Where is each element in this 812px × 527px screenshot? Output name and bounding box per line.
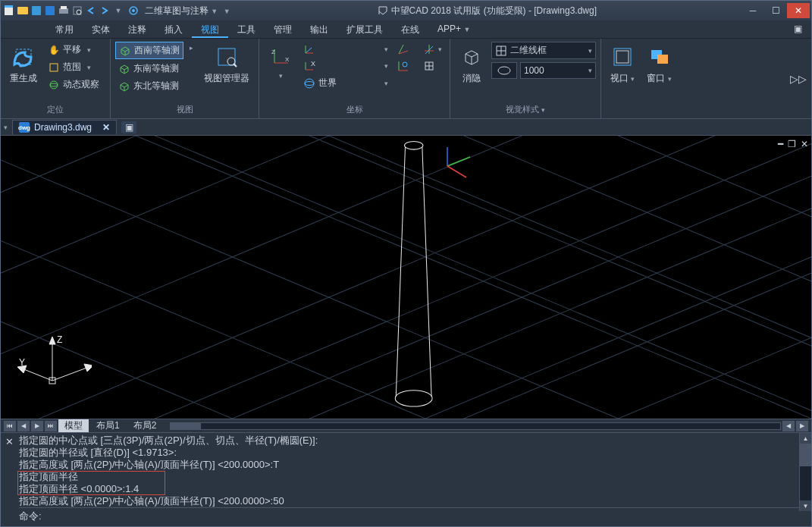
hide-label: 消隐 <box>462 72 481 85</box>
menu-insert[interactable]: 插入 <box>155 20 192 38</box>
svg-point-65 <box>404 141 422 149</box>
svg-line-14 <box>234 64 237 67</box>
layout-tab-1[interactable]: 布局1 <box>90 419 126 432</box>
panel-label-ucs: 坐标 <box>264 102 445 118</box>
workspace-gear-icon[interactable] <box>125 4 142 17</box>
orbit-button[interactable]: 动态观察 <box>45 77 105 93</box>
menu-app[interactable]: APP+ ▼ <box>428 20 479 38</box>
layout-nav-prev[interactable]: ◀ <box>17 421 30 431</box>
minimize-button[interactable]: ─ <box>741 3 764 18</box>
layout-tab-model[interactable]: 模型 <box>58 419 89 432</box>
close-button[interactable]: ✕ <box>787 3 810 18</box>
view-manager-label: 视图管理器 <box>204 72 249 85</box>
menu-online[interactable]: 在线 <box>392 20 428 38</box>
ribbon-panel-ucs: ZX ▾ ▾ X▾ 世界▾ ▾ 坐标 <box>259 39 450 118</box>
inner-close-icon[interactable]: ✕ <box>801 139 808 149</box>
svg-point-26 <box>305 81 314 85</box>
svg-text:X: X <box>285 56 290 63</box>
ribbon-panel-visual: 消隐 二维线框▾ 1000▾ 视觉样式 ▾ <box>450 39 601 118</box>
svg-text:Z: Z <box>271 49 275 55</box>
ribbon-collapse-icon[interactable]: ▣ <box>785 20 811 38</box>
cmd-line: 指定顶面半径 <0.0000>:1.4 <box>19 483 808 495</box>
ribbon-expand-icon[interactable]: ▷▷ <box>790 39 811 118</box>
layout-nav-first[interactable]: ⏮ <box>4 421 16 431</box>
menu-output[interactable]: 输出 <box>301 20 337 38</box>
save-icon[interactable] <box>30 4 43 17</box>
cmd-close-icon[interactable]: ✕ <box>5 436 14 447</box>
ne-iso-button[interactable]: 东北等轴测 <box>115 78 183 94</box>
panel-label-locate: 定位 <box>5 102 105 118</box>
new-file-icon[interactable] <box>2 4 16 17</box>
ucs-grid4[interactable] <box>420 58 445 74</box>
open-folder-icon[interactable] <box>16 4 30 17</box>
layout-hscroll[interactable] <box>170 422 781 430</box>
svg-point-25 <box>305 79 314 88</box>
se-iso-button[interactable]: 东南等轴测 <box>115 61 183 77</box>
qat-dropdown-icon[interactable]: ▼ <box>111 4 125 17</box>
ucs-grid3[interactable]: ▾ <box>420 42 445 57</box>
app-logo[interactable] <box>8 43 39 74</box>
inner-restore-icon[interactable]: ❐ <box>788 139 796 149</box>
menu-manage[interactable]: 管理 <box>265 20 301 38</box>
command-prompt: 命令: <box>19 510 42 523</box>
facet-res-icon[interactable] <box>491 62 517 79</box>
maximize-button[interactable]: ☐ <box>764 3 787 18</box>
workspace-dropdown[interactable]: 二维草图与注释 ▼ <box>142 5 221 17</box>
layout-hscroll-right[interactable]: ▶ <box>796 421 808 431</box>
svg-rect-43 <box>616 51 629 63</box>
menu-annotate[interactable]: 注释 <box>119 20 155 38</box>
drawing-viewport[interactable]: ━ ❐ ✕ <box>1 136 811 419</box>
scroll-down-icon[interactable]: ▼ <box>800 500 811 511</box>
ucs-world-dropdown[interactable]: 世界▾ <box>300 75 391 91</box>
inner-minimize-icon[interactable]: ━ <box>778 139 783 149</box>
tab-close-icon[interactable]: ✕ <box>102 122 110 133</box>
layout-nav-next[interactable]: ▶ <box>31 421 43 431</box>
view-list-caret[interactable]: ▸ <box>190 42 193 52</box>
tab-nav-caret[interactable]: ▾ <box>4 124 8 131</box>
menu-tools[interactable]: 工具 <box>228 20 265 38</box>
save-as-icon[interactable] <box>43 4 57 17</box>
svg-line-54 <box>1 136 811 419</box>
command-history: ✕ 指定圆的中心点或 [三点(3P)/两点(2P)/切点、切点、半径(T)/椭圆… <box>1 432 811 526</box>
cube-icon <box>118 80 130 93</box>
ucs-grid2[interactable] <box>394 58 417 74</box>
hide-button[interactable]: 消隐 <box>455 42 488 88</box>
svg-line-59 <box>1 136 811 419</box>
svg-line-70 <box>447 157 470 166</box>
new-tab-button[interactable]: ▣ <box>121 121 136 133</box>
pan-button[interactable]: ✋平移▾ <box>45 42 105 58</box>
view-manager-button[interactable]: 视图管理器 <box>199 42 254 88</box>
svg-line-58 <box>232 136 811 419</box>
visual-style-dropdown[interactable]: 二维线框▾ <box>491 42 596 59</box>
svg-line-21 <box>306 48 312 53</box>
cmd-vscroll[interactable]: ▲ ▼ <box>799 433 811 511</box>
layout-hscroll-left[interactable]: ◀ <box>782 421 795 431</box>
document-tab[interactable]: dwg Drawing3.dwg ✕ <box>12 120 117 134</box>
print-icon[interactable] <box>57 4 71 17</box>
window-label: 窗口 <box>647 73 665 83</box>
layout-nav-last[interactable]: ⏭ <box>45 421 57 431</box>
menu-solid[interactable]: 实体 <box>83 20 119 38</box>
ucs-button[interactable]: ZX ▾ <box>264 42 297 83</box>
menu-common[interactable]: 常用 <box>46 20 83 38</box>
redo-icon[interactable] <box>98 4 111 17</box>
view-manager-icon <box>215 45 239 69</box>
svg-line-76 <box>22 369 52 381</box>
undo-icon[interactable] <box>84 4 98 17</box>
ucs-opt2[interactable]: X▾ <box>300 58 391 74</box>
viewport-button[interactable]: 视口 ▾ <box>606 42 639 88</box>
menu-extend[interactable]: 扩展工具 <box>337 20 392 38</box>
menu-view[interactable]: 视图 <box>192 20 228 38</box>
ucs-opt1[interactable]: ▾ <box>300 42 391 57</box>
facet-res-input[interactable]: 1000▾ <box>520 62 596 79</box>
ucs-grid1[interactable] <box>394 42 417 57</box>
scroll-up-icon[interactable]: ▲ <box>800 433 811 444</box>
window-panel-button[interactable]: 窗口 ▾ <box>642 42 676 88</box>
extent-button[interactable]: 范围▾ <box>45 59 105 75</box>
layout-tab-2[interactable]: 布局2 <box>127 419 163 432</box>
sw-iso-button[interactable]: 西南等轴测 <box>115 42 183 59</box>
command-input-row[interactable]: 命令: <box>19 507 808 525</box>
qat-customize-icon[interactable]: ▼ <box>221 5 233 16</box>
svg-line-49 <box>1 136 811 419</box>
print-preview-icon[interactable] <box>71 4 84 17</box>
